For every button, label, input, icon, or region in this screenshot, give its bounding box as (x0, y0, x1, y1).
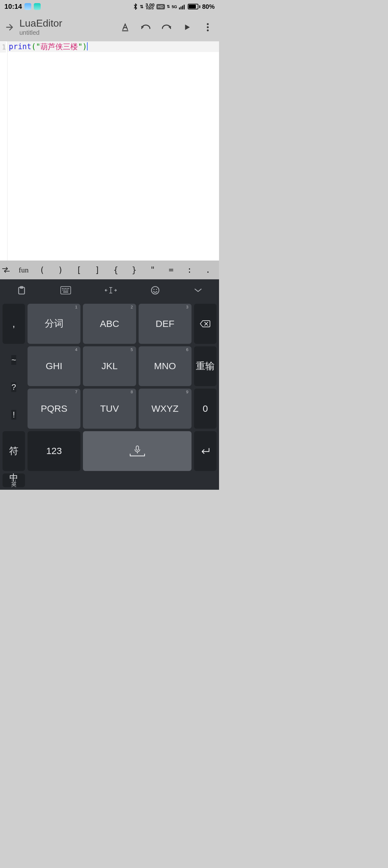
svg-rect-18 (66, 290, 67, 290)
svg-rect-2 (182, 6, 183, 9)
net-gen: 5G (172, 4, 177, 9)
svg-rect-15 (68, 288, 69, 289)
running-app-icon (34, 3, 41, 10)
clipboard-button[interactable] (17, 285, 27, 295)
weather-app-icon (24, 3, 31, 10)
key-reinput[interactable]: 重输 (194, 346, 217, 386)
key-numbers[interactable]: 123 (28, 431, 80, 471)
code-line[interactable]: print("葫芦侠三楼") (7, 41, 219, 52)
token-lparen: ( (31, 42, 36, 51)
sym-lbrace[interactable]: { (107, 265, 125, 275)
app-subtitle: untitled (20, 29, 62, 36)
svg-rect-11 (62, 288, 63, 289)
overflow-menu-button[interactable] (202, 22, 214, 33)
code-area[interactable]: print("葫芦侠三楼") (7, 41, 219, 260)
key-fenci[interactable]: 1分词 (28, 304, 80, 344)
key-wxyz[interactable]: 9WXYZ (139, 389, 192, 429)
key-lang-switch[interactable]: 「 中 英 」 (2, 473, 25, 487)
battery-icon (188, 4, 200, 9)
drawer-button[interactable] (2, 22, 17, 33)
status-bar: 10:14 ⇅ 3.00 KB/S HD ⇅ 5G 80% (0, 0, 219, 13)
keyboard-layout-button[interactable] (60, 286, 71, 294)
updown-small-icon: ⇅ (167, 4, 170, 9)
backspace-icon (200, 320, 211, 328)
key-enter[interactable] (194, 431, 217, 471)
sym-rbrack[interactable]: ] (88, 265, 107, 275)
text-style-button[interactable] (120, 22, 131, 33)
signal-icon (179, 4, 186, 9)
token-function: print (9, 42, 31, 51)
cursor-move-button[interactable] (104, 286, 117, 294)
svg-rect-0 (179, 7, 180, 9)
symbol-toolbar: fun ( ) [ ] { } " = : . (0, 260, 219, 279)
code-editor[interactable]: 1 print("葫芦侠三楼") (0, 41, 219, 260)
svg-rect-1 (181, 7, 182, 9)
net-unit: KB/S (146, 7, 154, 10)
sym-colon[interactable]: : (180, 265, 199, 275)
svg-rect-13 (65, 288, 66, 289)
sym-equals[interactable]: = (162, 265, 180, 275)
svg-rect-16 (63, 290, 64, 290)
line-number: 1 (0, 42, 6, 53)
battery-pct: 80% (202, 3, 215, 10)
key-excl[interactable]: ! (11, 410, 16, 420)
soft-keyboard: , 1分词 2ABC 3DEF ~ ? ! 4GHI 5JKL 6MNO 重输 … (0, 279, 219, 490)
bluetooth-icon (133, 3, 138, 10)
keyboard-top-row (0, 279, 219, 301)
emoji-button[interactable] (150, 285, 160, 295)
key-backspace[interactable] (194, 304, 217, 344)
svg-rect-17 (64, 290, 65, 290)
token-string: 葫芦侠三楼 (40, 42, 78, 51)
collapse-keyboard-button[interactable] (194, 287, 202, 293)
key-def[interactable]: 3DEF (139, 304, 192, 344)
line-gutter: 1 (0, 41, 7, 260)
key-ghi[interactable]: 4GHI (28, 346, 80, 386)
svg-point-22 (152, 286, 159, 294)
text-caret (87, 42, 88, 51)
sym-lparen[interactable]: ( (33, 265, 51, 275)
hd-badge: HD (157, 4, 165, 9)
key-qmark[interactable]: ? (11, 382, 16, 392)
key-voice-space[interactable] (83, 431, 192, 471)
svg-rect-14 (67, 288, 68, 289)
svg-point-5 (207, 23, 209, 25)
sym-rbrace[interactable]: } (125, 265, 143, 275)
svg-rect-20 (63, 291, 68, 292)
token-quote-close: " (78, 42, 82, 51)
svg-point-23 (154, 289, 155, 290)
updown-icon: ⇅ (140, 4, 143, 9)
key-mno[interactable]: 6MNO (139, 346, 192, 386)
sym-dquote[interactable]: " (143, 265, 162, 275)
redo-button[interactable] (161, 22, 172, 33)
key-symbols[interactable]: 符 (2, 431, 25, 471)
token-rparen: ) (83, 42, 87, 51)
sym-fun[interactable]: fun (14, 266, 33, 274)
side-punct-column: ~ ? ! (2, 346, 25, 429)
enter-icon (200, 447, 211, 455)
mic-space-icon (126, 445, 148, 457)
key-abc[interactable]: 2ABC (83, 304, 136, 344)
token-quote-open: " (36, 42, 40, 51)
svg-point-7 (207, 29, 209, 31)
sym-dot[interactable]: . (199, 265, 217, 275)
app-title: LuaEditor (20, 18, 62, 29)
sym-rparen[interactable]: ) (51, 265, 70, 275)
svg-point-24 (156, 289, 157, 290)
status-time: 10:14 (4, 2, 22, 11)
svg-rect-12 (64, 288, 64, 289)
tab-swap-button[interactable] (2, 267, 14, 273)
svg-rect-25 (136, 446, 139, 450)
key-pqrs[interactable]: 7PQRS (28, 389, 80, 429)
key-jkl[interactable]: 5JKL (83, 346, 136, 386)
svg-rect-19 (67, 290, 68, 290)
key-zero[interactable]: 0 (194, 389, 217, 429)
run-button[interactable] (182, 22, 193, 33)
key-tuv[interactable]: 8TUV (83, 389, 136, 429)
key-tilde[interactable]: ~ (11, 355, 16, 365)
app-bar: LuaEditor untitled (0, 13, 219, 41)
undo-button[interactable] (140, 22, 152, 33)
svg-rect-3 (184, 5, 185, 9)
svg-point-6 (207, 26, 209, 28)
sym-lbrack[interactable]: [ (70, 265, 88, 275)
key-comma[interactable]: , (2, 304, 25, 344)
